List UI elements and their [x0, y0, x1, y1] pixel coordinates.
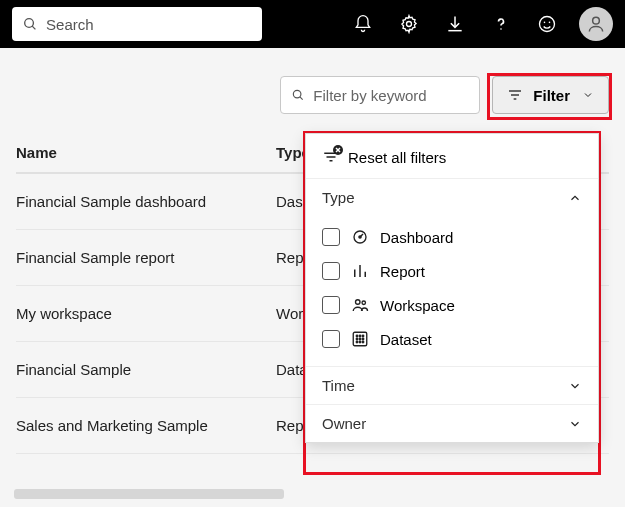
- filter-section-label: Type: [322, 189, 355, 206]
- checkbox[interactable]: [322, 296, 340, 314]
- keyword-filter[interactable]: [280, 76, 480, 114]
- notifications-icon[interactable]: [343, 4, 383, 44]
- feedback-smile-icon[interactable]: [527, 4, 567, 44]
- report-icon: [350, 262, 370, 280]
- help-icon[interactable]: [481, 4, 521, 44]
- svg-point-25: [362, 301, 365, 304]
- checkbox[interactable]: [322, 262, 340, 280]
- checkbox[interactable]: [322, 330, 340, 348]
- svg-point-20: [359, 236, 361, 238]
- filter-option-report[interactable]: Report: [306, 254, 598, 288]
- cell-name: Sales and Marketing Sample: [16, 417, 276, 434]
- dashboard-icon: [350, 228, 370, 246]
- reset-filters-label: Reset all filters: [348, 149, 446, 166]
- svg-point-5: [544, 22, 546, 24]
- filter-section-owner[interactable]: Owner: [306, 404, 598, 442]
- filter-panel: Reset all filters Type Dashboard Report …: [305, 133, 599, 443]
- cell-name: Financial Sample report: [16, 249, 276, 266]
- filter-button-label: Filter: [533, 87, 570, 104]
- account-avatar[interactable]: [579, 7, 613, 41]
- horizontal-scrollbar[interactable]: [14, 489, 284, 499]
- filter-section-type[interactable]: Type: [306, 178, 598, 216]
- svg-point-34: [359, 341, 361, 343]
- filter-option-label: Report: [380, 263, 425, 280]
- search-icon: [22, 15, 38, 33]
- svg-point-8: [294, 90, 302, 98]
- reset-filters-icon: [322, 148, 340, 166]
- svg-point-32: [362, 338, 364, 340]
- checkbox[interactable]: [322, 228, 340, 246]
- svg-point-28: [359, 335, 361, 337]
- svg-point-24: [356, 300, 361, 305]
- svg-point-30: [356, 338, 358, 340]
- svg-point-33: [356, 341, 358, 343]
- filter-section-label: Owner: [322, 415, 366, 432]
- filter-option-dataset[interactable]: Dataset: [306, 322, 598, 356]
- filter-option-label: Dataset: [380, 331, 432, 348]
- col-header-name[interactable]: Name: [16, 144, 276, 161]
- svg-point-7: [593, 17, 600, 24]
- filter-icon: [507, 87, 523, 103]
- filter-option-dashboard[interactable]: Dashboard: [306, 220, 598, 254]
- reset-filters-button[interactable]: Reset all filters: [306, 134, 598, 178]
- chevron-down-icon: [568, 379, 582, 393]
- filter-option-label: Workspace: [380, 297, 455, 314]
- filter-section-label: Time: [322, 377, 355, 394]
- keyword-filter-input[interactable]: [313, 87, 469, 104]
- svg-point-3: [500, 28, 502, 30]
- chevron-down-icon: [582, 89, 594, 101]
- svg-point-0: [25, 19, 34, 28]
- list-toolbar: Filter: [0, 48, 625, 132]
- download-icon[interactable]: [435, 4, 475, 44]
- dataset-icon: [350, 330, 370, 348]
- cell-name: Financial Sample: [16, 361, 276, 378]
- global-search-input[interactable]: [46, 16, 252, 33]
- filter-type-options: Dashboard Report Workspace Dataset: [306, 216, 598, 366]
- settings-gear-icon[interactable]: [389, 4, 429, 44]
- global-search[interactable]: [12, 7, 262, 41]
- svg-point-35: [362, 341, 364, 343]
- search-icon: [291, 87, 305, 103]
- filter-option-label: Dashboard: [380, 229, 453, 246]
- chevron-up-icon: [568, 191, 582, 205]
- filter-option-workspace[interactable]: Workspace: [306, 288, 598, 322]
- svg-point-4: [540, 17, 555, 32]
- cell-name: My workspace: [16, 305, 276, 322]
- svg-line-1: [32, 26, 35, 29]
- svg-point-6: [549, 22, 551, 24]
- chevron-down-icon: [568, 417, 582, 431]
- svg-point-31: [359, 338, 361, 340]
- cell-name: Financial Sample dashboard: [16, 193, 276, 210]
- top-bar: [0, 0, 625, 48]
- filter-section-time[interactable]: Time: [306, 366, 598, 404]
- svg-point-2: [407, 22, 412, 27]
- svg-point-27: [356, 335, 358, 337]
- svg-line-9: [300, 97, 303, 100]
- filter-button[interactable]: Filter: [492, 76, 609, 114]
- svg-point-29: [362, 335, 364, 337]
- workspace-icon: [350, 296, 370, 314]
